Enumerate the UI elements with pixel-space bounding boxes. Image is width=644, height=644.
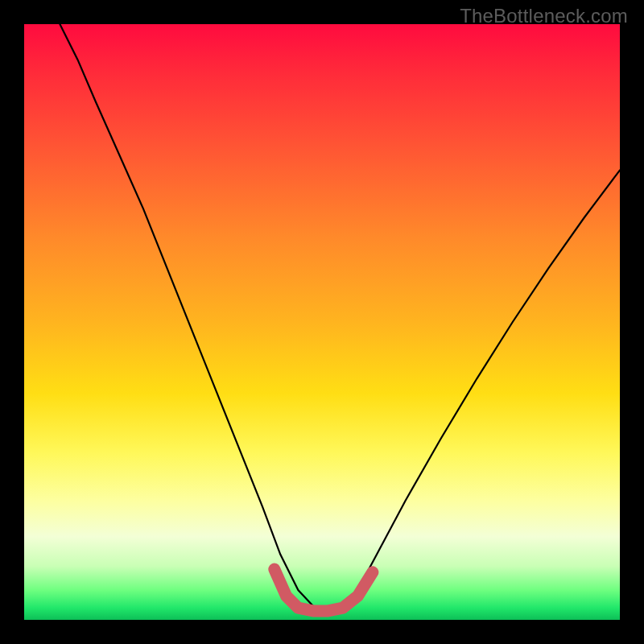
plot-area	[24, 24, 620, 620]
chart-frame: TheBottleneck.com	[0, 0, 644, 644]
bottom-marker	[275, 569, 373, 611]
chart-svg	[24, 24, 620, 620]
curve-line	[60, 24, 620, 609]
